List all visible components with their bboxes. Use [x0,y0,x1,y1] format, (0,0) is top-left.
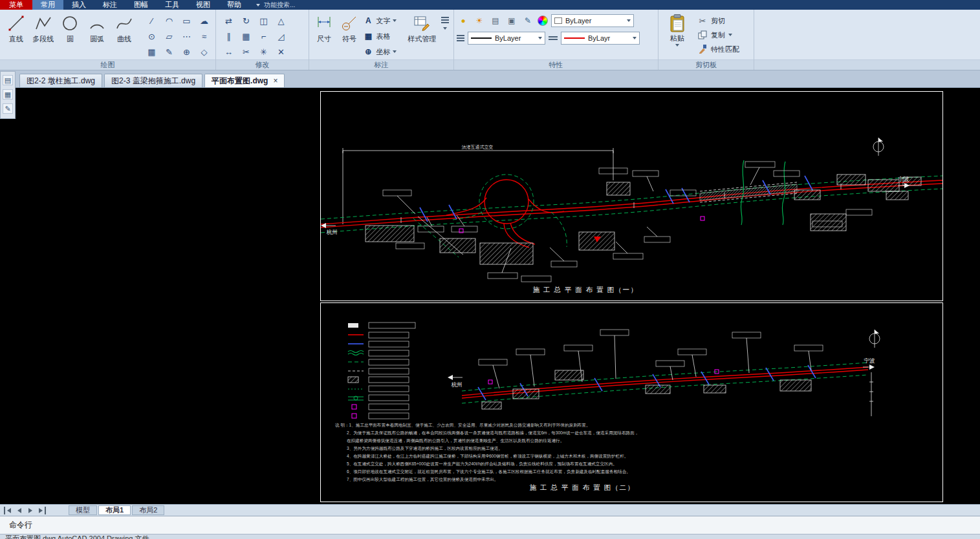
circle-tool[interactable]: 圆 [57,12,84,44]
marker-magenta [488,380,492,384]
ribbon-tab-annotate[interactable]: 标注 [94,0,125,10]
cut-button[interactable]: ✂ 剪切 [697,15,739,26]
note-line: 说 明：1、施工总平面布置本着因地制宜、便于施工、少占农田、安全适用、尽量减少对… [335,423,591,428]
notes-block: 说 明：1、施工总平面布置本着因地制宜、便于施工、少占农田、安全适用、尽量减少对… [335,423,638,482]
draw-mini-tool[interactable]: ◠ [160,13,178,28]
doc-tab-label: 图2-3 盖梁抱箍施工.dwg [111,76,195,87]
next-layout-nav[interactable] [26,507,35,514]
draw-mini-tool[interactable]: ▭ [178,13,195,28]
draw-mini-tool[interactable]: ▱ [160,28,178,44]
ribbon-tab-view[interactable]: 视图 [188,0,219,10]
color-wheel-icon[interactable] [538,16,548,26]
first-layout-nav[interactable] [4,507,13,514]
line-tool[interactable]: 直线 [3,12,30,44]
tool-label: 圆弧 [90,34,104,44]
label-boxes [383,162,872,282]
chevron-down-icon [443,27,447,30]
command-line[interactable]: 命令行 [0,516,980,534]
ningbo-label: 宁波 [864,357,876,364]
draw-mini-tool[interactable]: ⊕ [178,44,195,59]
note-line: 4、在跨越黄泽江大桥处，在江上方临时搭建跨江施工便桥，下部结构采用Φ600钢管桩… [347,454,628,459]
layer-on-toggle[interactable]: ● [457,15,470,26]
draw-mini-tool[interactable]: ✎ [160,44,178,59]
hangzhou-label: 杭州 [452,381,463,388]
lineweight-icon[interactable] [549,36,558,40]
panel-label-properties[interactable]: 特性 [454,59,658,70]
linetype-control[interactable]: ByLayer [468,32,545,45]
modify-mini-tool[interactable]: ↔ [220,44,237,59]
modify-mini-tool[interactable]: ◫ [255,13,272,28]
drawing-canvas[interactable]: 沽渚互通式立交 [0,88,980,504]
panel-label-draw[interactable]: 绘图 [0,59,215,70]
layer-plot-toggle[interactable]: ▤ [489,15,502,26]
doc-tab[interactable]: 图2-2 墩柱施工.dwg [19,74,102,87]
tab-model[interactable]: 模型 [69,505,97,515]
dock-tool[interactable]: ▤ [3,75,13,85]
ribbon-tab-help[interactable]: 帮助 [219,0,250,10]
drawing-viewport[interactable]: 沽渚互通式立交 [0,88,980,504]
modify-mini-tool[interactable]: ⇄ [220,13,237,28]
table-tool[interactable]: ▦ 表格 [363,29,403,43]
layer-list-icon[interactable] [457,35,464,41]
dock-tool[interactable]: ✎ [3,103,13,114]
lineweight-control[interactable]: ByLayr [561,32,640,45]
layer-edit-toggle[interactable]: ✎ [521,15,534,26]
linetype-value: ByLayer [495,34,521,42]
modify-mini-tool[interactable]: ↻ [237,13,255,28]
note-line: 在拟建桥梁两侧修筑便道连通，两侧由既有的公路引入，贯通性的便道兼顾生产、生活区以… [347,438,564,443]
tab-layout2[interactable]: 布局2 [132,505,164,515]
dock-tool[interactable]: ▦ [3,89,13,100]
modify-mini-tool[interactable]: ✳ [255,44,272,59]
modify-mini-tool[interactable]: ◿ [272,28,290,44]
copy-button[interactable]: 复制 [697,29,739,41]
polyline-tool[interactable]: 多段线 [30,12,57,44]
text-tool[interactable]: A 文字 [363,14,403,28]
paste-button[interactable]: 粘贴 [661,12,693,47]
annotate-overflow[interactable] [439,12,451,30]
ribbon-tab-insert[interactable]: 插入 [63,0,94,10]
doc-tab-active[interactable]: 平面布置图.dwg × [204,74,285,87]
function-search[interactable]: 功能搜索... [256,0,295,10]
sheet1-title: 施 工 总 平 面 布 置 图（一） [533,286,638,293]
app-menu-button[interactable]: 菜单 [0,0,32,10]
spline-tool[interactable]: 曲线 [111,12,138,44]
menu-lines-icon [441,17,449,23]
ribbon-tab-home[interactable]: 常用 [32,0,63,10]
panel-properties: ● ☀ ▤ ▣ ✎ ByLayer [454,10,659,70]
match-properties-button[interactable]: 特性匹配 [697,43,739,55]
modify-mini-tool[interactable]: ∥ [220,28,237,44]
ribbon-tab-tools[interactable]: 工具 [157,0,188,10]
copy-icon [697,30,708,40]
draw-mini-tool[interactable]: ≈ [195,28,213,44]
style-manager-tool[interactable]: 样式管理 [404,12,439,44]
panel-label-annotate[interactable]: 标注 [309,59,453,70]
modify-mini-tool[interactable]: △ [272,13,290,28]
prev-layout-nav[interactable] [15,507,24,514]
label-boxes-2 [479,330,823,388]
panel-label-clipboard[interactable]: 剪切板 [659,59,754,70]
arc-tool[interactable]: 圆弧 [83,12,111,44]
panel-label-modify[interactable]: 修改 [216,59,309,70]
modify-mini-tool[interactable]: ✂ [237,44,255,59]
doc-tab[interactable]: 图2-3 盖梁抱箍施工.dwg [104,74,202,87]
tab-layout1[interactable]: 布局1 [98,505,131,515]
draw-mini-tool[interactable]: ◇ [195,44,213,59]
coordinate-tool[interactable]: ⊕ 坐标 [363,45,403,59]
layer-lock-toggle[interactable]: ▣ [505,15,518,26]
close-icon[interactable]: × [273,76,278,85]
dimension-tool[interactable]: 尺寸 [312,12,337,44]
draw-mini-tool[interactable]: ⋯ [178,28,195,44]
last-layout-nav[interactable] [37,507,46,514]
spline-icon [115,14,133,33]
draw-mini-tool[interactable]: ▦ [143,44,160,59]
draw-mini-tool[interactable]: ☁ [195,13,213,28]
modify-mini-tool[interactable]: ⌐ [255,28,272,44]
draw-mini-tool[interactable]: ∕ [143,13,160,28]
modify-mini-tool[interactable]: ✕ [272,44,290,59]
ribbon-tab-sheet[interactable]: 图幅 [125,0,157,10]
symbol-tool[interactable]: 符号 [337,12,362,44]
modify-mini-tool[interactable]: ▦ [237,28,255,44]
layer-freeze-toggle[interactable]: ☀ [473,15,486,26]
color-control[interactable]: ByLayer [551,14,634,27]
draw-mini-tool[interactable]: ⊙ [143,28,160,44]
